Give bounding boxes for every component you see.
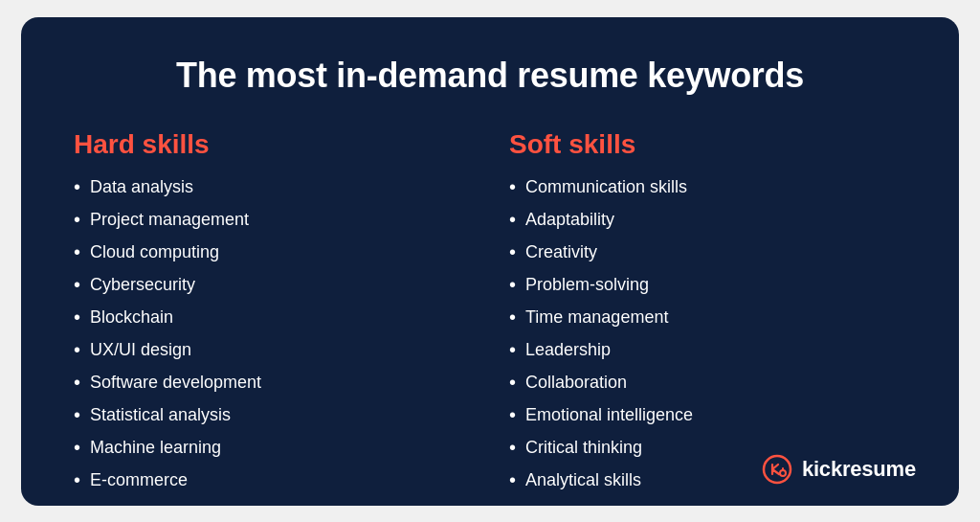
list-item: Cybersecurity <box>74 275 471 294</box>
logo-area: kickresume <box>762 454 916 485</box>
list-item: Blockchain <box>74 307 471 327</box>
list-item: Software development <box>74 373 471 392</box>
hard-skills-column: Hard skills Data analysis Project manage… <box>74 129 471 503</box>
columns-container: Hard skills Data analysis Project manage… <box>74 129 906 503</box>
list-item: Communication skills <box>509 177 906 196</box>
list-item: Cloud computing <box>74 242 471 261</box>
list-item: Leadership <box>509 340 906 359</box>
list-item: Project management <box>74 210 471 229</box>
list-item: Machine learning <box>74 438 471 457</box>
list-item: Creativity <box>509 242 906 261</box>
kickresume-logo-text: kickresume <box>802 457 916 482</box>
soft-skills-column: Soft skills Communication skills Adaptab… <box>509 129 906 503</box>
hard-skills-heading: Hard skills <box>74 129 471 160</box>
list-item: Statistical analysis <box>74 405 471 424</box>
hard-skills-list: Data analysis Project management Cloud c… <box>74 177 471 489</box>
soft-skills-list: Communication skills Adaptability Creati… <box>509 177 906 489</box>
main-title: The most in-demand resume keywords <box>74 56 906 96</box>
list-item: Data analysis <box>74 177 471 196</box>
list-item: Adaptability <box>509 210 906 229</box>
list-item: Problem-solving <box>509 275 906 294</box>
list-item: UX/UI design <box>74 340 471 359</box>
svg-point-0 <box>764 456 791 483</box>
main-card: The most in-demand resume keywords Hard … <box>21 17 959 506</box>
list-item: Emotional intelligence <box>509 405 906 424</box>
soft-skills-heading: Soft skills <box>509 129 906 160</box>
list-item: Time management <box>509 307 906 327</box>
list-item: Collaboration <box>509 373 906 392</box>
list-item: E-commerce <box>74 470 471 489</box>
kickresume-logo-icon <box>762 454 792 485</box>
